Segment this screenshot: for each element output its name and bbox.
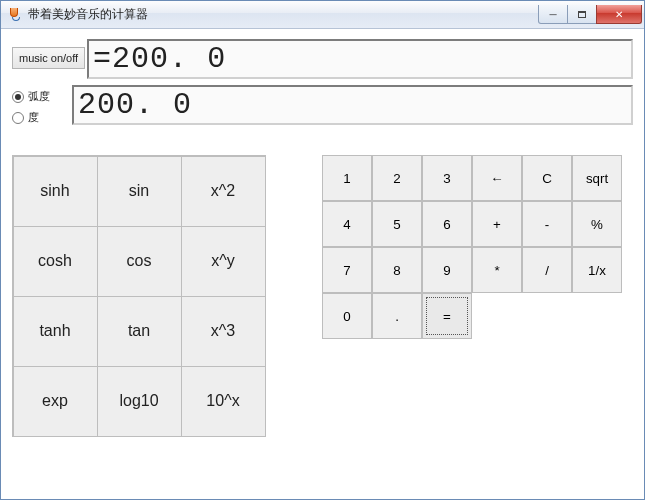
num-3-button[interactable]: 3: [422, 155, 472, 201]
second-row: 弧度 度 200. 0: [12, 85, 633, 131]
num-multiply-button[interactable]: *: [472, 247, 522, 293]
scientific-grid: sinhsinx^2coshcosx^ytanhtanx^3explog1010…: [12, 155, 266, 437]
music-toggle-button[interactable]: music on/off: [12, 47, 85, 69]
maximize-button[interactable]: [567, 5, 597, 24]
num-dot-button[interactable]: .: [372, 293, 422, 339]
num-6-button[interactable]: 6: [422, 201, 472, 247]
sci-cosh-button[interactable]: cosh: [13, 226, 98, 297]
num-0-button[interactable]: 0: [322, 293, 372, 339]
button-panels: sinhsinx^2coshcosx^ytanhtanx^3explog1010…: [12, 155, 633, 437]
top-row: music on/off =200. 0: [12, 39, 633, 79]
num-backspace-button[interactable]: ←: [472, 155, 522, 201]
radio-radian-label: 弧度: [28, 89, 50, 104]
num-sqrt-button[interactable]: sqrt: [572, 155, 622, 201]
num-minus-button[interactable]: -: [522, 201, 572, 247]
sci-cos-button[interactable]: cos: [97, 226, 182, 297]
minimize-button[interactable]: ─: [538, 5, 568, 24]
sci-tanh-button[interactable]: tanh: [13, 296, 98, 367]
num-divide-button[interactable]: /: [522, 247, 572, 293]
sci-sin-button[interactable]: sin: [97, 156, 182, 227]
num-5-button[interactable]: 5: [372, 201, 422, 247]
sci-tan-button[interactable]: tan: [97, 296, 182, 367]
radio-radian[interactable]: 弧度: [12, 89, 72, 104]
sci-log10-button[interactable]: log10: [97, 366, 182, 437]
sci-xy-button[interactable]: x^y: [181, 226, 266, 297]
num-7-button[interactable]: 7: [322, 247, 372, 293]
close-button[interactable]: ✕: [596, 5, 642, 24]
app-window: 带着美妙音乐的计算器 ─ ✕ music on/off =200. 0 弧度 度: [0, 0, 645, 500]
num-9-button[interactable]: 9: [422, 247, 472, 293]
num-equals-button[interactable]: =: [422, 293, 472, 339]
num-4-button[interactable]: 4: [322, 201, 372, 247]
sci-x3-button[interactable]: x^3: [181, 296, 266, 367]
numeric-grid: 123←Csqrt456+-%789*/1/x0.=: [322, 155, 622, 437]
content-area: music on/off =200. 0 弧度 度 200. 0 sinhsin…: [2, 29, 643, 498]
result-display: 200. 0: [72, 85, 633, 125]
num-2-button[interactable]: 2: [372, 155, 422, 201]
radio-degree-indicator: [12, 112, 24, 124]
num-1-button[interactable]: 1: [322, 155, 372, 201]
num-percent-button[interactable]: %: [572, 201, 622, 247]
num-c-button[interactable]: C: [522, 155, 572, 201]
angle-mode-group: 弧度 度: [12, 85, 72, 131]
titlebar: 带着美妙音乐的计算器 ─ ✕: [1, 1, 644, 29]
window-title: 带着美妙音乐的计算器: [28, 6, 539, 23]
radio-degree-label: 度: [28, 110, 39, 125]
java-icon: [7, 7, 23, 23]
num-8-button[interactable]: 8: [372, 247, 422, 293]
sci-10x-button[interactable]: 10^x: [181, 366, 266, 437]
sci-x2-button[interactable]: x^2: [181, 156, 266, 227]
num-plus-button[interactable]: +: [472, 201, 522, 247]
radio-radian-indicator: [12, 91, 24, 103]
expression-display: =200. 0: [87, 39, 633, 79]
radio-degree[interactable]: 度: [12, 110, 72, 125]
sci-sinh-button[interactable]: sinh: [13, 156, 98, 227]
window-buttons: ─ ✕: [539, 5, 642, 24]
sci-exp-button[interactable]: exp: [13, 366, 98, 437]
num-1x-button[interactable]: 1/x: [572, 247, 622, 293]
